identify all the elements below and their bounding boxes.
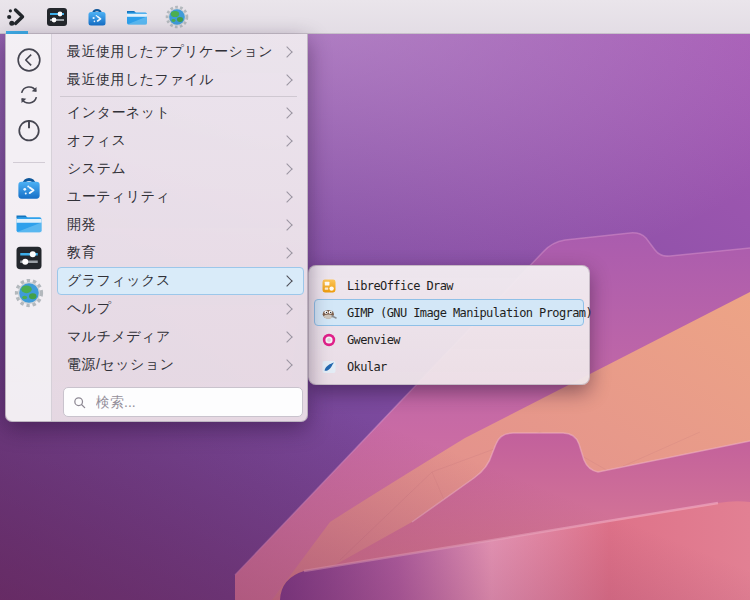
submenu-item-label: GIMP (GNU Image Manipulation Program) xyxy=(347,306,592,320)
menu-item-label: インターネット xyxy=(67,104,283,122)
menu-item-label: マルチメディア xyxy=(67,328,283,346)
menu-item-help[interactable]: ヘルプ xyxy=(57,295,304,323)
menu-item-utilities[interactable]: ユーティリティ xyxy=(57,183,304,211)
menu-item-label: グラフィックス xyxy=(67,272,283,290)
search-input[interactable] xyxy=(94,393,294,411)
search-icon xyxy=(72,395,87,410)
systemsettings-shortcut[interactable] xyxy=(13,242,45,274)
application-launcher-menu: 最近使用したアプリケーション 最近使用したファイル インターネット オフィス シ… xyxy=(5,34,308,422)
globe-gear-icon xyxy=(165,5,189,29)
chevron-right-icon xyxy=(281,275,292,286)
menu-item-graphics[interactable]: グラフィックス xyxy=(57,267,304,295)
menu-item-label: 最近使用したアプリケーション xyxy=(67,43,283,61)
menu-item-label: 教育 xyxy=(67,244,283,262)
launcher-sidebar xyxy=(6,34,52,421)
discover-bag-icon xyxy=(14,173,44,203)
menu-item-list: 最近使用したアプリケーション 最近使用したファイル インターネット オフィス シ… xyxy=(52,34,307,421)
menu-item-education[interactable]: 教育 xyxy=(57,239,304,267)
graphics-submenu: LibreOffice Draw GIMP (GNU Image Manipul… xyxy=(308,265,590,385)
submenu-item-label: LibreOffice Draw xyxy=(347,279,453,293)
chevron-right-icon xyxy=(281,331,292,342)
submenu-item-label: Okular xyxy=(347,360,387,374)
discover-bag-icon xyxy=(85,5,109,29)
menu-item-label: 電源/セッション xyxy=(67,356,283,374)
folder-icon xyxy=(125,5,149,29)
search-box[interactable] xyxy=(63,387,303,417)
power-icon xyxy=(16,117,42,143)
menu-item-recent-files[interactable]: 最近使用したファイル xyxy=(57,66,304,94)
top-panel xyxy=(0,0,750,34)
desktop: 最近使用したアプリケーション 最近使用したファイル インターネット オフィス シ… xyxy=(0,0,750,600)
menu-item-system[interactable]: システム xyxy=(57,155,304,183)
menu-separator xyxy=(60,96,297,97)
launcher-button[interactable] xyxy=(4,4,30,30)
menu-item-power-session[interactable]: 電源/セッション xyxy=(57,351,304,379)
submenu-item-gwenview[interactable]: Gwenview xyxy=(314,326,584,353)
globe-gear-icon xyxy=(14,278,44,308)
chevron-right-icon xyxy=(281,135,292,146)
gwenview-icon xyxy=(321,332,337,348)
menu-item-label: システム xyxy=(67,160,283,178)
menu-item-label: オフィス xyxy=(67,132,283,150)
system-globe-shortcut[interactable] xyxy=(13,277,45,309)
refresh-icon xyxy=(16,82,42,108)
submenu-item-label: Gwenview xyxy=(347,333,400,347)
chevron-right-icon xyxy=(281,163,292,174)
okular-icon xyxy=(321,359,337,375)
menu-item-multimedia[interactable]: マルチメディア xyxy=(57,323,304,351)
menu-item-office[interactable]: オフィス xyxy=(57,127,304,155)
submenu-item-gimp[interactable]: GIMP (GNU Image Manipulation Program) xyxy=(314,299,584,326)
chevron-right-icon xyxy=(281,359,292,370)
menu-item-development[interactable]: 開発 xyxy=(57,211,304,239)
menu-item-label: 最近使用したファイル xyxy=(67,71,283,89)
menu-item-label: ヘルプ xyxy=(67,300,283,318)
chevron-right-icon xyxy=(281,107,292,118)
chevron-right-icon xyxy=(281,74,292,85)
application-launcher-icon xyxy=(5,5,29,29)
systemsettings-button[interactable] xyxy=(44,4,70,30)
chevron-right-icon xyxy=(281,191,292,202)
submenu-item-libreoffice-draw[interactable]: LibreOffice Draw xyxy=(314,272,584,299)
submenu-item-okular[interactable]: Okular xyxy=(314,353,584,380)
back-arrow-icon xyxy=(16,47,42,73)
file-manager-shortcut[interactable] xyxy=(13,207,45,239)
libreoffice-draw-icon xyxy=(321,278,337,294)
chevron-right-icon xyxy=(281,219,292,230)
menu-item-label: ユーティリティ xyxy=(67,188,283,206)
chevron-right-icon xyxy=(281,303,292,314)
system-globe-button[interactable] xyxy=(164,4,190,30)
settings-sliders-icon xyxy=(14,243,44,273)
settings-sliders-icon xyxy=(45,5,69,29)
chevron-right-icon xyxy=(281,46,292,57)
power-button[interactable] xyxy=(13,114,45,146)
menu-item-internet[interactable]: インターネット xyxy=(57,99,304,127)
folder-icon xyxy=(14,208,44,238)
refresh-button[interactable] xyxy=(13,79,45,111)
discover-button[interactable] xyxy=(84,4,110,30)
menu-item-recent-applications[interactable]: 最近使用したアプリケーション xyxy=(57,38,304,66)
sidebar-separator xyxy=(13,162,45,163)
menu-item-label: 開発 xyxy=(67,216,283,234)
gimp-wilber-icon xyxy=(321,305,337,321)
back-button[interactable] xyxy=(13,44,45,76)
chevron-right-icon xyxy=(281,247,292,258)
discover-shortcut[interactable] xyxy=(13,172,45,204)
dolphin-button[interactable] xyxy=(124,4,150,30)
